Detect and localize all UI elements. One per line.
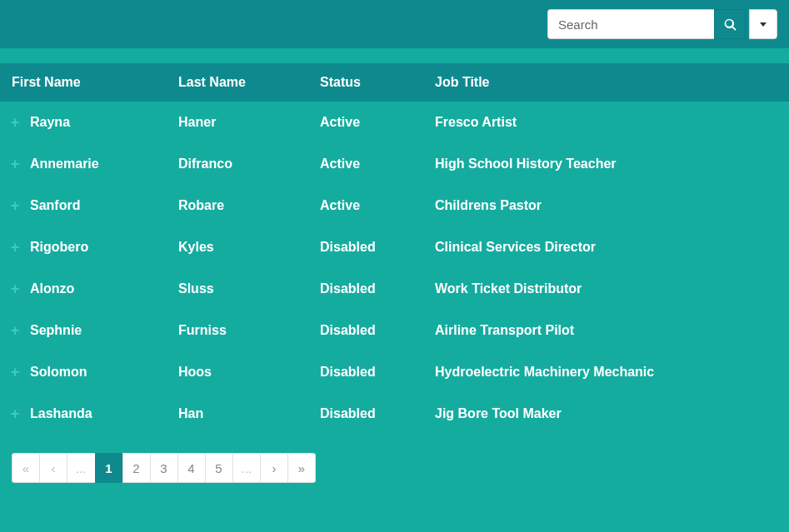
plus-icon: +: [11, 281, 20, 296]
cell-first-name: Rigobero: [30, 240, 178, 255]
cell-status: Disabled: [320, 365, 435, 380]
page-ellipsis: ...: [67, 453, 96, 483]
table-row[interactable]: +LashandaHanDisabledJig Bore Tool Maker: [0, 393, 789, 435]
header-first-name[interactable]: First Name: [0, 75, 178, 90]
plus-icon: +: [11, 240, 20, 255]
table-row[interactable]: +SanfordRobareActiveChildrens Pastor: [0, 185, 789, 226]
cell-last-name: Difranco: [178, 157, 320, 172]
cell-job-title: Jig Bore Tool Maker: [435, 406, 789, 421]
table-header: First Name Last Name Status Job Title: [0, 63, 789, 102]
plus-icon: +: [11, 115, 20, 130]
expand-cell[interactable]: +: [0, 281, 30, 296]
page-number[interactable]: 1: [95, 453, 123, 483]
cell-job-title: High School History Teacher: [435, 157, 789, 172]
cell-first-name: Annemarie: [30, 157, 178, 172]
search-icon: [724, 18, 737, 31]
page-next[interactable]: ›: [260, 453, 288, 483]
cell-last-name: Robare: [178, 198, 320, 213]
expand-cell[interactable]: +: [0, 157, 30, 172]
cell-last-name: Haner: [178, 115, 320, 130]
cell-first-name: Solomon: [30, 365, 178, 380]
page-number[interactable]: 5: [205, 453, 233, 483]
plus-icon: +: [11, 157, 20, 172]
table-row[interactable]: +SephnieFurnissDisabledAirline Transport…: [0, 310, 789, 351]
expand-cell[interactable]: +: [0, 198, 30, 213]
cell-job-title: Childrens Pastor: [435, 198, 789, 213]
table-body: +RaynaHanerActiveFresco Artist+Annemarie…: [0, 102, 789, 435]
table-row[interactable]: +AlonzoSlussDisabledWork Ticket Distribu…: [0, 268, 789, 310]
page-prev[interactable]: ‹: [39, 453, 67, 483]
cell-first-name: Rayna: [30, 115, 178, 130]
expand-cell[interactable]: +: [0, 115, 30, 130]
page-last[interactable]: »: [287, 453, 316, 483]
cell-status: Disabled: [320, 281, 435, 296]
expand-cell[interactable]: +: [0, 406, 30, 421]
cell-job-title: Work Ticket Distributor: [435, 281, 789, 296]
cell-last-name: Kyles: [178, 240, 320, 255]
cell-status: Active: [320, 198, 435, 213]
page-ellipsis: ...: [232, 453, 262, 483]
cell-last-name: Furniss: [178, 323, 320, 338]
page-number[interactable]: 3: [150, 453, 178, 483]
cell-job-title: Hydroelectric Machinery Mechanic: [435, 365, 789, 380]
cell-first-name: Sephnie: [30, 323, 178, 338]
cell-status: Disabled: [320, 240, 435, 255]
table-row[interactable]: +SolomonHoosDisabledHydroelectric Machin…: [0, 351, 789, 393]
page-first[interactable]: «: [12, 453, 40, 483]
expand-cell[interactable]: +: [0, 365, 30, 380]
cell-status: Disabled: [320, 323, 435, 338]
search-input[interactable]: [547, 9, 714, 39]
cell-first-name: Alonzo: [30, 281, 178, 296]
page-number[interactable]: 4: [177, 453, 206, 483]
search-group: [547, 9, 777, 39]
plus-icon: +: [11, 406, 20, 421]
topbar: [0, 0, 789, 48]
page-number[interactable]: 2: [122, 453, 151, 483]
search-dropdown-button[interactable]: [749, 9, 777, 39]
cell-last-name: Han: [178, 406, 320, 421]
cell-first-name: Lashanda: [30, 406, 178, 421]
cell-job-title: Airline Transport Pilot: [435, 323, 789, 338]
cell-status: Active: [320, 115, 435, 130]
plus-icon: +: [11, 365, 20, 380]
plus-icon: +: [11, 323, 20, 338]
table-row[interactable]: +RigoberoKylesDisabledClinical Services …: [0, 226, 789, 268]
cell-job-title: Clinical Services Director: [435, 240, 789, 255]
table-row[interactable]: +AnnemarieDifrancoActiveHigh School Hist…: [0, 143, 789, 185]
plus-icon: +: [11, 198, 20, 213]
cell-last-name: Hoos: [178, 365, 320, 380]
cell-status: Disabled: [320, 406, 435, 421]
header-status[interactable]: Status: [320, 75, 435, 90]
cell-last-name: Sluss: [178, 281, 320, 296]
cell-first-name: Sanford: [30, 198, 178, 213]
search-button[interactable]: [714, 9, 746, 39]
expand-cell[interactable]: +: [0, 323, 30, 338]
pagination: «‹...12345...›»: [12, 453, 789, 483]
cell-status: Active: [320, 157, 435, 172]
header-job-title[interactable]: Job Title: [435, 75, 789, 90]
header-last-name[interactable]: Last Name: [178, 75, 320, 90]
expand-cell[interactable]: +: [0, 240, 30, 255]
table-row[interactable]: +RaynaHanerActiveFresco Artist: [0, 102, 789, 143]
cell-job-title: Fresco Artist: [435, 115, 789, 130]
chevron-down-icon: [760, 22, 767, 27]
